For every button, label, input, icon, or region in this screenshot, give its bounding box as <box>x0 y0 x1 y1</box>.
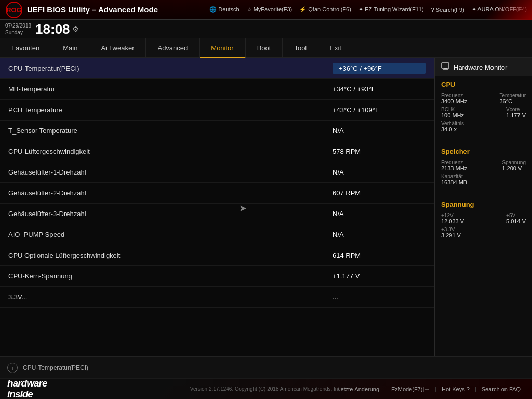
app-title: UEFI BIOS Utility – Advanced Mode <box>27 5 209 14</box>
hw-5v-label: +5V <box>506 212 526 218</box>
row-label: CPU-Kern-Spannung <box>8 272 332 280</box>
tool-aura[interactable]: ✦ AURA ON/OFF(F4) <box>472 6 527 13</box>
tool-deutsch[interactable]: 🌐 Deutsch <box>209 6 239 13</box>
tool-myfavorite[interactable]: ☆ MyFavorite(F3) <box>247 6 292 13</box>
row-value: 614 RPM <box>332 251 426 259</box>
row-value: N/A <box>332 231 426 238</box>
table-row[interactable]: CPU-Temperatur(PECI)+36°C / +96°F <box>0 58 434 79</box>
row-label: CPU-Lüftergeschwindigkeit <box>8 148 332 155</box>
link-letzte[interactable]: Letzte Änderung <box>333 386 383 392</box>
tool-search[interactable]: ? Search(F9) <box>431 7 464 13</box>
table-row[interactable]: PCH Temperature+43°C / +109°F <box>0 100 434 121</box>
nav-advanced[interactable]: Advanced <box>146 38 200 57</box>
settings-icon[interactable]: ⚙ <box>72 25 79 33</box>
row-value: +36°C / +96°F <box>332 63 426 74</box>
nav-exit[interactable]: Exit <box>318 38 353 57</box>
hw-vcore-value: 1.177 V <box>506 112 526 118</box>
row-label: Gehäuselüfter-1-Drehzahl <box>8 168 332 176</box>
table-row[interactable]: CPU-Kern-Spannung+1.177 V <box>0 266 434 287</box>
hw-monitor-sidebar: Hardware Monitor CPU Frequenz 3400 MHz T… <box>434 58 532 356</box>
hw-speicher-kap-row: Kapazität 16384 MB <box>441 174 526 185</box>
link-search-faq[interactable]: Search on FAQ <box>477 386 525 392</box>
hw-speicher-spannung-label: Spannung <box>502 159 526 165</box>
row-label: CPU Optionale Lüftergeschwindigkeit <box>8 251 332 259</box>
version-text: Version 2.17.1246. Copyright (C) 2018 Am… <box>190 386 342 392</box>
svg-rect-2 <box>442 63 449 68</box>
tool-eztuning[interactable]: ✦ EZ Tuning Wizard(F11) <box>358 6 424 13</box>
link-ezmode[interactable]: EzMode(F7)|→ <box>387 386 434 392</box>
hw-cpu-freq-value: 3400 MHz <box>441 98 467 104</box>
hw-speicher-freq-label: Frequenz <box>441 159 467 165</box>
row-label: CPU-Temperatur(PECI) <box>8 64 332 72</box>
row-label: Gehäuselüfter-2-Drehzahl <box>8 189 332 197</box>
nav-favoriten[interactable]: Favoriten <box>0 38 51 57</box>
status-bar: i CPU-Temperatur(PECI) <box>0 356 532 378</box>
nav-main[interactable]: Main <box>51 38 89 57</box>
hw-33v-label: +3.3V <box>441 227 461 232</box>
hw-bclk-value: 100 MHz <box>441 112 464 118</box>
bottom-links: Letzte Änderung | EzMode(F7)|→ | Hot Key… <box>333 386 525 392</box>
hw-monitor-header: Hardware Monitor <box>435 58 532 76</box>
date-value: 07/29/2018 <box>5 22 31 29</box>
row-value: +43°C / +109°F <box>332 106 426 114</box>
hw-kapazitat-label: Kapazität <box>441 174 467 179</box>
hw-12v-row: +12V 12.033 V +5V 5.014 V <box>441 212 526 224</box>
date-display: 07/29/2018 Sunday <box>5 22 31 36</box>
hw-cpu-ratio-row: Verhältnis 34.0 x <box>441 121 526 132</box>
header-top: ROG UEFI BIOS Utility – Advanced Mode 🌐 … <box>0 0 532 20</box>
table-row[interactable]: CPU-Lüftergeschwindigkeit578 RPM <box>0 141 434 162</box>
table-row[interactable]: MB-Temperatur+34°C / +93°F <box>0 79 434 100</box>
row-label: 3.3V... <box>8 293 332 301</box>
hw-divider-1 <box>441 140 526 140</box>
row-value: 578 RPM <box>332 148 426 155</box>
hw-cpu-section: CPU Frequenz 3400 MHz Temperatur 36°C BC… <box>435 76 532 137</box>
row-label: Gehäuselüfter-3-Drehzahl <box>8 210 332 218</box>
logo-line1: hardware <box>7 378 47 389</box>
hw-ratio-label: Verhältnis <box>441 121 464 126</box>
row-value: +34°C / +93°F <box>332 85 426 93</box>
rog-logo-icon: ROG <box>5 1 23 19</box>
logo-line2: inside <box>7 389 47 400</box>
row-value: N/A <box>332 210 426 218</box>
day-value: Sunday <box>5 29 31 36</box>
hw-cpu-bclk-row: BCLK 100 MHz Vcore 1.177 V <box>441 107 526 118</box>
link-hotkeys[interactable]: Hot Keys ? <box>437 386 474 392</box>
table-row[interactable]: Gehäuselüfter-2-Drehzahl607 RPM <box>0 183 434 204</box>
nav-ai-tweaker[interactable]: Ai Tweaker <box>89 38 146 57</box>
bottom-bar: hardware inside Version 2.17.1246. Copyr… <box>0 378 532 399</box>
hw-speicher-title: Speicher <box>441 148 526 156</box>
nav-tool[interactable]: Tool <box>283 38 318 57</box>
table-row[interactable]: T_Sensor TemperatureN/A <box>0 121 434 141</box>
header-tools: 🌐 Deutsch ☆ MyFavorite(F3) ⚡ Qfan Contro… <box>209 6 527 13</box>
hw-speicher-spannung-value: 1.200 V <box>502 165 526 171</box>
hw-speicher-freq-row: Frequenz 2133 MHz Spannung 1.200 V <box>441 159 526 171</box>
svg-text:ROG: ROG <box>6 6 22 14</box>
table-row[interactable]: AIO_PUMP SpeedN/A <box>0 224 434 245</box>
row-value: N/A <box>332 127 426 135</box>
nav-bar: Favoriten Main Ai Tweaker Advanced Monit… <box>0 38 532 58</box>
hw-bclk-label: BCLK <box>441 107 464 112</box>
table-row[interactable]: 3.3V...... <box>0 287 434 308</box>
hw-ratio-value: 34.0 x <box>441 126 464 132</box>
hw-speicher-section: Speicher Frequenz 2133 MHz Spannung 1.20… <box>435 143 532 190</box>
content-area: CPU-Temperatur(PECI)+36°C / +96°FMB-Temp… <box>0 58 532 356</box>
row-label: PCH Temperature <box>8 106 332 114</box>
table-row[interactable]: CPU Optionale Lüftergeschwindigkeit614 R… <box>0 245 434 266</box>
tool-qfan[interactable]: ⚡ Qfan Control(F6) <box>299 6 351 13</box>
row-value: 607 RPM <box>332 189 426 197</box>
hw-spannung-title: Spannung <box>441 201 526 209</box>
hw-spannung-section: Spannung +12V 12.033 V +5V 5.014 V +3.3V… <box>435 196 532 243</box>
hw-vcore-label: Vcore <box>506 107 526 112</box>
row-value: N/A <box>332 168 426 176</box>
row-label: AIO_PUMP Speed <box>8 231 332 238</box>
table-row[interactable]: Gehäuselüfter-1-DrehzahlN/A <box>0 162 434 183</box>
datetime-bar: 07/29/2018 Sunday 18:08 ⚙ <box>0 20 532 38</box>
nav-boot[interactable]: Boot <box>246 38 283 57</box>
table-row[interactable]: Gehäuselüfter-3-DrehzahlN/A <box>0 204 434 224</box>
nav-monitor[interactable]: Monitor <box>200 38 245 58</box>
table-body: CPU-Temperatur(PECI)+36°C / +96°FMB-Temp… <box>0 58 434 308</box>
hw-cpu-temp-value: 36°C <box>499 98 526 104</box>
hw-cpu-title: CPU <box>441 81 526 89</box>
hw-12v-label: +12V <box>441 212 464 218</box>
hw-33v-row: +3.3V 3.291 V <box>441 227 526 238</box>
